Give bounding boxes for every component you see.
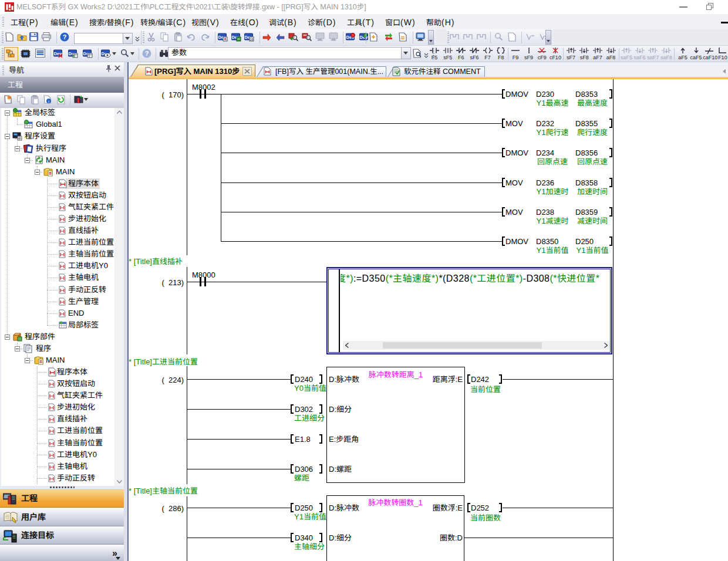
svg-text:16: 16 <box>250 38 253 41</box>
svg-text:?: ? <box>63 33 67 40</box>
svg-text:?: ? <box>145 50 149 57</box>
svg-text:i: i <box>48 99 49 104</box>
